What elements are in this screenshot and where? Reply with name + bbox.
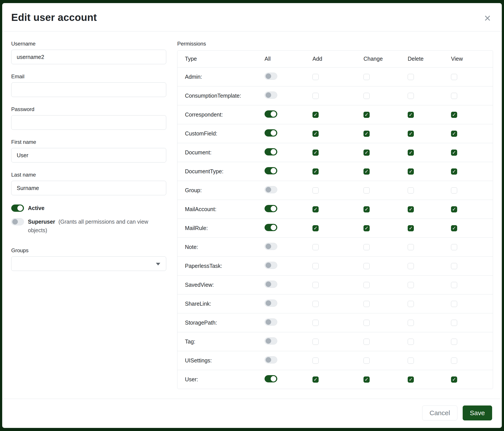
first-name-field[interactable] [11,148,166,162]
permission-view-checkbox[interactable] [451,225,457,231]
permission-add-checkbox[interactable] [313,263,319,269]
permission-view-checkbox[interactable] [451,244,457,250]
permission-all-toggle[interactable] [265,148,277,155]
password-field[interactable] [11,115,166,130]
permission-all-toggle[interactable] [265,224,277,231]
permission-change-checkbox[interactable] [363,74,370,80]
username-group: Username [11,41,166,64]
permission-view-checkbox[interactable] [451,320,457,326]
permission-delete-checkbox[interactable] [408,301,414,307]
permission-all-toggle[interactable] [265,167,277,174]
permission-add-checkbox[interactable] [313,377,319,383]
permission-add-checkbox[interactable] [313,339,319,345]
permission-delete-checkbox[interactable] [408,282,414,288]
permission-all-toggle[interactable] [265,299,277,307]
superuser-toggle[interactable] [11,218,24,225]
permission-add-checkbox[interactable] [313,112,319,118]
permission-view-checkbox[interactable] [451,131,457,137]
permission-add-checkbox[interactable] [313,74,319,80]
permission-delete-checkbox[interactable] [408,131,414,137]
permission-view-checkbox[interactable] [451,150,457,156]
permission-add-checkbox[interactable] [313,93,319,99]
permission-type-label: Tag: [178,332,265,351]
permission-add-checkbox[interactable] [313,358,319,364]
permission-view-checkbox[interactable] [451,93,457,99]
permission-row: Document: [178,143,493,162]
permission-add-checkbox[interactable] [313,320,319,326]
permission-all-toggle[interactable] [265,91,277,99]
permission-add-checkbox[interactable] [313,187,319,194]
cancel-button[interactable]: Cancel [422,405,457,421]
permission-add-checkbox[interactable] [313,282,319,288]
permission-view-checkbox[interactable] [451,339,457,345]
permission-view-checkbox[interactable] [451,282,457,288]
permission-change-checkbox[interactable] [363,169,370,175]
permission-delete-checkbox[interactable] [408,358,414,364]
last-name-field[interactable] [11,181,166,195]
permission-add-checkbox[interactable] [313,169,319,175]
permission-all-toggle[interactable] [265,243,277,250]
permission-change-checkbox[interactable] [363,150,370,156]
save-button[interactable]: Save [463,405,492,421]
permission-all-toggle[interactable] [265,205,277,212]
permission-add-checkbox[interactable] [313,131,319,137]
permission-delete-checkbox[interactable] [408,320,414,326]
permission-delete-checkbox[interactable] [408,206,414,212]
close-icon[interactable]: × [483,11,492,25]
permission-change-checkbox[interactable] [363,377,370,383]
permission-all-toggle[interactable] [265,281,277,288]
permission-delete-checkbox[interactable] [408,377,414,383]
email-field[interactable] [11,82,166,97]
permission-add-checkbox[interactable] [313,150,319,156]
permission-delete-checkbox[interactable] [408,169,414,175]
groups-select[interactable] [11,256,166,271]
permission-view-checkbox[interactable] [451,358,457,364]
permission-delete-checkbox[interactable] [408,263,414,269]
permission-view-checkbox[interactable] [451,112,457,118]
permission-all-toggle[interactable] [265,318,277,326]
permission-change-checkbox[interactable] [363,206,370,212]
active-toggle[interactable] [11,205,24,212]
permission-change-checkbox[interactable] [363,358,370,364]
permission-change-checkbox[interactable] [363,112,370,118]
permission-change-checkbox[interactable] [363,93,370,99]
permission-delete-checkbox[interactable] [408,93,414,99]
username-input[interactable] [11,50,166,64]
permission-delete-checkbox[interactable] [408,244,414,250]
permission-view-checkbox[interactable] [451,187,457,194]
permission-all-toggle[interactable] [265,356,277,363]
permission-change-checkbox[interactable] [363,244,370,250]
permission-delete-checkbox[interactable] [408,225,414,231]
permission-view-checkbox[interactable] [451,169,457,175]
permission-change-checkbox[interactable] [363,339,370,345]
permission-delete-checkbox[interactable] [408,74,414,80]
permission-change-checkbox[interactable] [363,282,370,288]
permission-change-checkbox[interactable] [363,301,370,307]
permission-view-checkbox[interactable] [451,263,457,269]
permission-view-checkbox[interactable] [451,377,457,383]
permission-view-checkbox[interactable] [451,206,457,212]
permission-add-checkbox[interactable] [313,301,319,307]
permission-view-checkbox[interactable] [451,74,457,80]
permission-change-checkbox[interactable] [363,320,370,326]
permission-change-checkbox[interactable] [363,131,370,137]
permission-add-checkbox[interactable] [313,206,319,212]
permission-delete-checkbox[interactable] [408,112,414,118]
permission-change-checkbox[interactable] [363,187,370,194]
permission-all-toggle[interactable] [265,129,277,136]
permission-add-checkbox[interactable] [313,244,319,250]
permission-delete-checkbox[interactable] [408,187,414,194]
permission-all-toggle[interactable] [265,262,277,269]
permission-all-toggle[interactable] [265,72,277,80]
permission-add-checkbox[interactable] [313,225,319,231]
permission-delete-checkbox[interactable] [408,339,414,345]
permission-all-toggle[interactable] [265,186,277,193]
permission-all-toggle[interactable] [265,110,277,118]
permission-all-toggle[interactable] [265,375,277,382]
permission-change-checkbox[interactable] [363,225,370,231]
permission-view-checkbox[interactable] [451,301,457,307]
permission-delete-checkbox[interactable] [408,150,414,156]
permission-type-label: Document: [178,143,265,162]
permission-all-toggle[interactable] [265,337,277,345]
permission-change-checkbox[interactable] [363,263,370,269]
